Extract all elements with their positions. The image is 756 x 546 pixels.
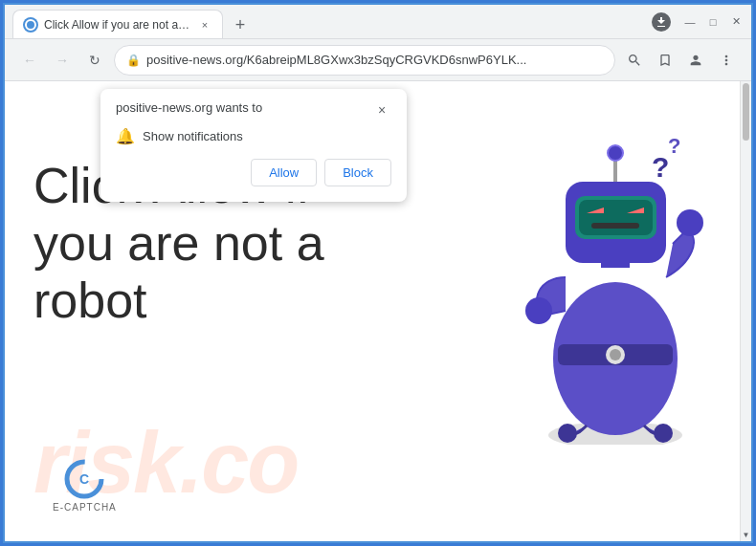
svg-point-6 — [610, 349, 621, 360]
tab-title: Click Allow if you are not a robot — [44, 18, 191, 32]
scrollbar[interactable]: ▲ ▼ — [740, 81, 751, 541]
svg-point-13 — [608, 145, 623, 161]
nav-icons — [621, 47, 740, 74]
download-icon[interactable] — [652, 12, 671, 32]
profile-icon-button[interactable] — [682, 47, 709, 74]
svg-rect-10 — [579, 200, 653, 235]
scrollbar-thumb[interactable] — [743, 83, 749, 141]
bell-icon: 🔔 — [116, 127, 135, 145]
svg-point-16 — [525, 297, 552, 324]
captcha-icon: C — [63, 458, 105, 500]
tab-favicon — [23, 17, 38, 33]
popup-notification-text: Show notifications — [143, 129, 243, 143]
lock-icon: 🔒 — [126, 54, 141, 67]
title-bar: Click Allow if you are not a robot × + —… — [5, 5, 751, 39]
svg-text:?: ? — [652, 151, 669, 183]
svg-text:?: ? — [668, 134, 680, 158]
new-tab-button[interactable]: + — [227, 11, 254, 38]
window-close-button[interactable]: ✕ — [728, 14, 744, 30]
robot-svg: ? ? — [500, 100, 711, 445]
window-controls: — □ ✕ — [682, 14, 744, 30]
captcha-label: E-CAPTCHA — [53, 502, 117, 513]
notification-popup: positive-news.org wants to × 🔔 Show noti… — [100, 89, 407, 202]
refresh-button[interactable]: ↻ — [81, 47, 108, 74]
page-background: risk.co Click Allow if you are not a rob… — [5, 81, 740, 541]
bookmark-icon-button[interactable] — [652, 47, 678, 74]
popup-notification-row: 🔔 Show notifications — [116, 127, 391, 145]
content-area: risk.co Click Allow if you are not a rob… — [5, 81, 751, 541]
tab-close-button[interactable]: × — [197, 17, 212, 33]
minimize-button[interactable]: — — [682, 14, 698, 30]
svg-rect-11 — [591, 223, 639, 229]
svg-text:C: C — [79, 471, 89, 487]
svg-point-17 — [677, 209, 703, 236]
robot-illustration: ? ? — [472, 100, 721, 522]
popup-buttons: Allow Block — [116, 159, 391, 186]
svg-point-18 — [558, 424, 577, 443]
browser-window: Click Allow if you are not a robot × + —… — [3, 3, 753, 543]
block-button[interactable]: Block — [324, 159, 391, 186]
popup-header: positive-news.org wants to × — [116, 100, 391, 120]
forward-button[interactable]: → — [49, 47, 76, 74]
menu-icon-button[interactable] — [713, 47, 740, 74]
maximize-button[interactable]: □ — [705, 14, 721, 30]
url-text: positive-news.org/K6abreipML8GXwx3bzSqyC… — [146, 53, 603, 67]
back-button[interactable]: ← — [16, 47, 43, 74]
popup-close-button[interactable]: × — [372, 100, 391, 120]
search-icon-button[interactable] — [621, 47, 648, 74]
allow-button[interactable]: Allow — [251, 159, 317, 186]
popup-title: positive-news.org wants to — [116, 100, 262, 115]
tab-area: Click Allow if you are not a robot × + — [12, 5, 644, 38]
svg-point-19 — [654, 424, 673, 443]
captcha-logo: C E-CAPTCHA — [53, 458, 117, 513]
address-bar[interactable]: 🔒 positive-news.org/K6abreipML8GXwx3bzSq… — [114, 45, 615, 76]
navbar: ← → ↻ 🔒 positive-news.org/K6abreipML8GXw… — [5, 39, 751, 81]
scroll-down-arrow[interactable]: ▼ — [741, 528, 751, 541]
active-tab[interactable]: Click Allow if you are not a robot × — [12, 10, 223, 38]
